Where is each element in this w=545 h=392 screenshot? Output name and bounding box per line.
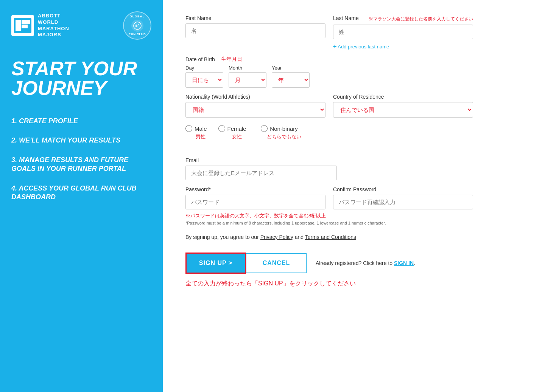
email-row: Email <box>185 157 473 180</box>
month-field: Month 月123456789101112 <box>229 65 266 88</box>
nationality-label: Nationality (World Athletics) <box>185 94 325 100</box>
year-field: Year 年2024202320222021202020192018201720… <box>272 65 310 88</box>
gender-female-label: Female <box>227 126 246 132</box>
terms-conditions-link[interactable]: Terms and Conditions <box>305 234 356 240</box>
signup-button[interactable]: SIGN UP > <box>185 253 246 274</box>
year-label: Year <box>272 65 310 71</box>
month-select[interactable]: 月123456789101112 <box>229 72 266 88</box>
dob-selects: Day 日にち123456789101112131415161718192021… <box>185 65 473 88</box>
dob-label: Date of Birth <box>185 56 215 62</box>
gender-nonbinary-jp: どちらでもない <box>267 133 301 140</box>
email-label: Email <box>185 157 473 163</box>
password-input[interactable] <box>185 195 325 209</box>
step-2: 2. WE'LL MATCH YOUR RESULTS <box>11 136 151 145</box>
signin-link[interactable]: SIGN IN <box>394 260 414 266</box>
residence-label: Country of Residence <box>333 94 473 100</box>
day-field: Day 日にち123456789101112131415161718192021… <box>185 65 223 88</box>
terms-and: and <box>293 234 305 240</box>
signin-text-before: Already registered? Click here to <box>316 260 394 266</box>
confirm-password-field: Confirm Password <box>333 186 473 209</box>
step-4: 4. ACCESS YOUR GLOBAL RUN CLUB DASHBOARD <box>11 184 151 202</box>
grc-run-text: RUN CLUB <box>129 33 146 36</box>
gender-nonbinary-label: Non-binary <box>270 126 297 132</box>
section-divider <box>185 148 473 148</box>
step-1: 1. CREATE PROFILE <box>11 117 151 126</box>
nationality-row: Nationality (World Athletics) 国籍 Country… <box>185 94 473 118</box>
residence-field: Country of Residence 住んでいる国 <box>333 94 473 118</box>
password-note-jp: ※パスワードは英語の大文字、小文字、数字を全て含む8桁以上 <box>185 212 473 219</box>
last-name-input[interactable] <box>333 25 473 39</box>
grc-global-text: GLOBAL <box>129 15 146 19</box>
hero-title-line1: START YOUR <box>11 59 151 78</box>
privacy-policy-link[interactable]: Privacy Policy <box>260 234 293 240</box>
signin-text: Already registered? Click here to SIGN I… <box>316 260 415 266</box>
nationality-field: Nationality (World Athletics) 国籍 <box>185 94 325 118</box>
password-field: Password* <box>185 186 325 209</box>
gender-female-option: Female 女性 <box>218 125 246 140</box>
gender-male-option: Male 男性 <box>185 125 207 140</box>
day-select[interactable]: 日にち1234567891011121314151617181920212223… <box>185 72 223 88</box>
password-label: Password* <box>185 186 325 192</box>
abbott-icon <box>11 15 34 36</box>
gender-female-jp: 女性 <box>232 133 242 140</box>
gender-nonbinary-radio[interactable] <box>261 125 268 132</box>
first-name-input[interactable] <box>185 23 325 38</box>
step-3: 3. MANAGE RESULTS AND FUTURE GOALS IN YO… <box>11 156 151 174</box>
logo-area: ABBOTT WORLD MARATHON MAJORS GLOBAL RUN … <box>11 11 151 40</box>
last-name-field: Last Name ※マラソン大会に登録した名前を入力してください + Add … <box>333 15 473 50</box>
first-name-label: First Name <box>185 15 325 21</box>
name-note: ※マラソン大会に登録した名前を入力してください <box>369 15 473 22</box>
password-note-en: *Password must be a minimum of 8 charact… <box>185 221 473 225</box>
year-select[interactable]: 年202420232022202120202019201820172016201… <box>272 72 310 88</box>
bottom-note: 全ての入力が終わったら「SIGN UP」をクリックしてください <box>185 280 473 288</box>
svg-rect-2 <box>135 25 137 27</box>
confirm-password-label: Confirm Password <box>333 186 473 192</box>
svg-rect-3 <box>138 24 139 25</box>
email-input[interactable] <box>185 166 337 180</box>
right-panel: First Name Last Name ※マラソン大会に登録した名前を入力して… <box>163 0 545 392</box>
month-label: Month <box>229 65 266 71</box>
dob-label-jp: 生年月日 <box>221 56 242 63</box>
first-name-field: First Name <box>185 15 325 50</box>
gender-male-jp: 男性 <box>196 133 206 140</box>
steps-list: 1. CREATE PROFILE 2. WE'LL MATCH YOUR RE… <box>11 117 151 201</box>
grc-logo-circle <box>131 20 143 32</box>
action-row: SIGN UP > CANCEL Already registered? Cli… <box>185 253 473 274</box>
hero-title: START YOUR JOURNEY <box>11 59 151 98</box>
grc-badge: GLOBAL RUN CLUB <box>123 11 151 40</box>
gender-nonbinary-option: Non-binary どちらでもない <box>258 125 301 140</box>
name-row: First Name Last Name ※マラソン大会に登録した名前を入力して… <box>185 15 473 50</box>
hero-title-line2: JOURNEY <box>11 78 151 98</box>
gender-female-radio[interactable] <box>218 125 225 132</box>
residence-select[interactable]: 住んでいる国 <box>333 102 473 118</box>
signup-form: First Name Last Name ※マラソン大会に登録した名前を入力して… <box>185 15 473 288</box>
abbott-logo: ABBOTT WORLD MARATHON MAJORS <box>11 13 69 39</box>
gender-male-label: Male <box>195 126 207 132</box>
terms-text-before: By signing up, you agree to our <box>185 234 260 240</box>
confirm-password-input[interactable] <box>333 195 473 209</box>
left-panel: ABBOTT WORLD MARATHON MAJORS GLOBAL RUN … <box>0 0 163 392</box>
add-prev-name-text: Add previous last name <box>338 44 389 50</box>
gender-row: Male 男性 Female 女性 Non-binary どちらでもない <box>185 125 473 140</box>
add-prev-name-link[interactable]: + Add previous last name <box>333 43 473 50</box>
abbott-text: ABBOTT WORLD MARATHON MAJORS <box>38 13 69 39</box>
last-name-label: Last Name <box>333 15 359 21</box>
signin-period: . <box>414 260 415 266</box>
terms-row: By signing up, you agree to our Privacy … <box>185 233 473 241</box>
cancel-button[interactable]: CANCEL <box>246 253 307 273</box>
nationality-select[interactable]: 国籍 <box>185 102 325 118</box>
day-label: Day <box>185 65 223 71</box>
dob-label-row: Date of Birth 生年月日 <box>185 56 473 63</box>
password-row: Password* Confirm Password <box>185 186 473 209</box>
dob-row: Date of Birth 生年月日 Day 日にち12345678910111… <box>185 56 473 88</box>
gender-male-radio[interactable] <box>185 125 192 132</box>
